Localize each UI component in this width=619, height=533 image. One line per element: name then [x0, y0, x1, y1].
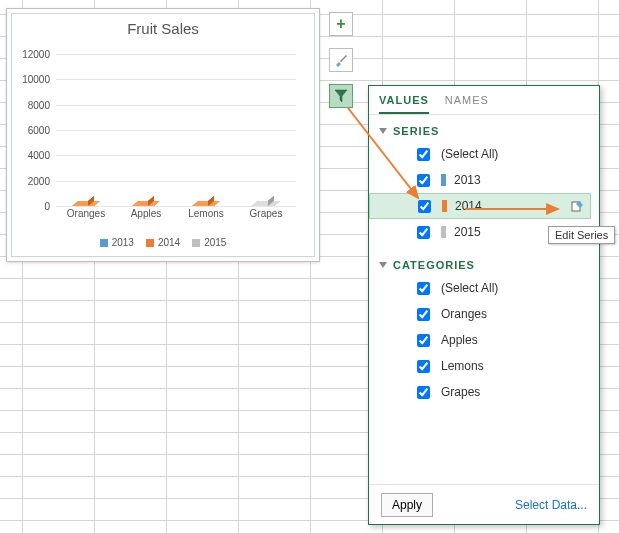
y-tick-label: 12000	[22, 49, 50, 60]
categories-select-all[interactable]: (Select All)	[369, 275, 599, 301]
series-item[interactable]: 2013	[369, 167, 599, 193]
category-item[interactable]: Grapes	[369, 379, 599, 405]
checkbox[interactable]	[417, 334, 430, 347]
chart-legend: 201320142015	[12, 237, 314, 248]
x-tick-label: Grapes	[236, 208, 296, 224]
checkbox[interactable]	[418, 200, 431, 213]
paintbrush-icon	[333, 52, 349, 68]
chart-filter-panel: VALUES NAMES SERIES (Select All) 2013201…	[368, 85, 600, 525]
panel-footer: Apply Select Data...	[369, 484, 599, 524]
section-series-label: SERIES	[393, 125, 439, 137]
checkbox[interactable]	[417, 308, 430, 321]
section-categories-label: CATEGORIES	[393, 259, 475, 271]
chart-filters-button[interactable]	[329, 84, 353, 108]
funnel-icon	[334, 89, 348, 103]
legend-item: 2015	[192, 237, 226, 248]
caret-down-icon[interactable]	[379, 262, 387, 268]
tab-values[interactable]: VALUES	[379, 94, 429, 114]
checkbox-series-all[interactable]	[417, 148, 430, 161]
select-all-label: (Select All)	[441, 147, 498, 161]
chart-plot	[56, 54, 296, 206]
series-color-mark	[441, 226, 446, 238]
checkbox[interactable]	[417, 386, 430, 399]
y-tick-label: 4000	[28, 150, 50, 161]
panel-tabs: VALUES NAMES	[369, 86, 599, 115]
checkbox-categories-all[interactable]	[417, 282, 430, 295]
series-color-mark	[442, 200, 447, 212]
series-color-mark	[441, 174, 446, 186]
x-tick-label: Oranges	[56, 208, 116, 224]
edit-series-icon[interactable]	[570, 198, 586, 214]
legend-item: 2014	[146, 237, 180, 248]
series-item[interactable]: 2014	[369, 193, 591, 219]
select-data-link[interactable]: Select Data...	[515, 498, 587, 512]
apply-button[interactable]: Apply	[381, 493, 433, 517]
category-item-label: Grapes	[441, 385, 480, 399]
category-item[interactable]: Apples	[369, 327, 599, 353]
series-select-all[interactable]: (Select All)	[369, 141, 599, 167]
y-tick-label: 10000	[22, 74, 50, 85]
x-tick-label: Lemons	[176, 208, 236, 224]
tab-names[interactable]: NAMES	[445, 94, 489, 114]
checkbox[interactable]	[417, 226, 430, 239]
series-item-label: 2015	[454, 225, 481, 239]
legend-item: 2013	[100, 237, 134, 248]
chart-container[interactable]: Fruit Sales 020004000600080001000012000 …	[6, 8, 320, 262]
caret-down-icon[interactable]	[379, 128, 387, 134]
y-tick-label: 8000	[28, 99, 50, 110]
chart-styles-button[interactable]	[329, 48, 353, 72]
chart-add-element-button[interactable]: +	[329, 12, 353, 36]
series-item-label: 2014	[455, 199, 482, 213]
chart-title: Fruit Sales	[12, 20, 314, 37]
category-item[interactable]: Oranges	[369, 301, 599, 327]
x-tick-label: Apples	[116, 208, 176, 224]
chart-x-labels: OrangesApplesLemonsGrapes	[56, 208, 296, 224]
checkbox[interactable]	[417, 360, 430, 373]
y-tick-label: 0	[44, 201, 50, 212]
category-item-label: Apples	[441, 333, 478, 347]
chart-plot-area: Fruit Sales 020004000600080001000012000 …	[11, 13, 315, 257]
y-tick-label: 6000	[28, 125, 50, 136]
checkbox[interactable]	[417, 174, 430, 187]
category-item-label: Oranges	[441, 307, 487, 321]
select-all-label: (Select All)	[441, 281, 498, 295]
category-item[interactable]: Lemons	[369, 353, 599, 379]
tooltip-edit-series: Edit Series	[548, 226, 615, 244]
y-tick-label: 2000	[28, 175, 50, 186]
category-item-label: Lemons	[441, 359, 484, 373]
plus-icon: +	[336, 16, 345, 32]
series-item-label: 2013	[454, 173, 481, 187]
chart-y-axis: 020004000600080001000012000	[12, 54, 54, 206]
